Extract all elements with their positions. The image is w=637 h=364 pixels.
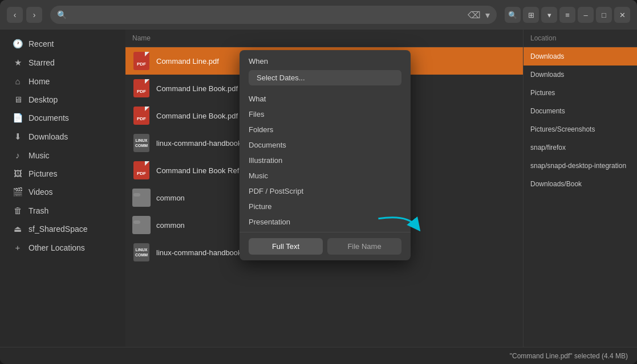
- sidebar-label-sf-shared: sf_SharedSpace: [29, 224, 88, 234]
- sidebar-item-other-locations[interactable]: + Other Locations: [3, 239, 122, 256]
- home-icon: ⌂: [13, 76, 23, 86]
- grid-dropdown-button[interactable]: ▾: [541, 7, 557, 23]
- search-button[interactable]: 🔍: [505, 7, 521, 23]
- list-item[interactable]: Pictures: [524, 84, 637, 102]
- search-popup: When Select Dates... What Files Folders …: [240, 50, 411, 260]
- list-item[interactable]: Folders: [240, 122, 411, 137]
- select-dates-button[interactable]: Select Dates...: [249, 70, 401, 85]
- item-label: Folders: [249, 125, 273, 134]
- search-bar: 🔍 Co ⌫ ▾: [50, 6, 497, 24]
- sidebar-item-music[interactable]: ♪ Music: [3, 146, 122, 164]
- sidebar-label-other-locations: Other Locations: [29, 243, 85, 252]
- desktop-icon: 🖥: [13, 95, 23, 104]
- recent-icon: 🕐: [13, 39, 23, 49]
- sidebar-label-pictures: Pictures: [29, 169, 58, 178]
- list-item[interactable]: Downloads/Book: [524, 175, 637, 193]
- sidebar-label-trash: Trash: [29, 206, 48, 215]
- maximize-button[interactable]: □: [596, 7, 612, 23]
- sidebar-item-pictures[interactable]: 🖼 Pictures: [3, 165, 122, 182]
- sidebar-label-music: Music: [29, 151, 50, 160]
- file-icon-pdf: PDF: [132, 161, 151, 179]
- main-content: 🕐 Recent ★ Starred ⌂ Home 🖥 Desktop 📄 Do…: [0, 30, 637, 347]
- file-icon-linux-pdf: LINUXCOMM: [132, 134, 151, 152]
- list-item[interactable]: Illustration: [240, 153, 411, 168]
- sidebar-item-starred[interactable]: ★ Starred: [3, 54, 122, 72]
- list-item[interactable]: Downloads: [524, 47, 637, 66]
- item-label: Documents: [249, 141, 286, 149]
- list-item[interactable]: Documents: [240, 137, 411, 153]
- minimize-button[interactable]: –: [578, 7, 594, 23]
- titlebar: ‹ › 🔍 Co ⌫ ▾ 🔍 ⊞ ▾ ≡ – □ ✕: [0, 0, 637, 30]
- full-text-button[interactable]: Full Text: [249, 238, 323, 255]
- sidebar-label-downloads: Downloads: [29, 132, 68, 141]
- search-input[interactable]: Co: [71, 10, 463, 19]
- documents-icon: 📄: [13, 113, 23, 123]
- item-label: Presentation: [249, 218, 290, 226]
- forward-button[interactable]: ›: [26, 7, 42, 23]
- list-item[interactable]: snap/firefox: [524, 138, 637, 157]
- pdf-icon: PDF: [133, 161, 149, 179]
- file-icon-linux-pdf: LINUXCOMM: [132, 243, 151, 261]
- list-item[interactable]: Presentation: [240, 214, 411, 230]
- sidebar-item-recent[interactable]: 🕐 Recent: [3, 35, 122, 53]
- file-icon-pdf: PDF: [132, 107, 151, 125]
- close-button[interactable]: ✕: [614, 7, 630, 23]
- shared-icon: ⏏: [13, 224, 23, 234]
- pdf-icon: PDF: [133, 107, 149, 125]
- trash-icon: 🗑: [13, 206, 23, 215]
- list-item[interactable]: snap/snapd-desktop-integration: [524, 157, 637, 175]
- list-item[interactable]: Files: [240, 107, 411, 122]
- file-icon-pdf: PDF: [132, 79, 151, 97]
- list-item[interactable]: Music: [240, 168, 411, 183]
- sidebar-label-starred: Starred: [29, 58, 55, 67]
- right-panel: Location Downloads Downloads Pictures Do…: [523, 30, 637, 347]
- item-label: Music: [249, 171, 268, 180]
- grid-view-button[interactable]: ⊞: [523, 7, 539, 23]
- statusbar: "Command Line.pdf" selected (4.4 MB): [0, 347, 637, 364]
- file-area: Name PDF Command Line.pdf PDF: [125, 30, 523, 347]
- sidebar-item-videos[interactable]: 🎬 Videos: [3, 183, 122, 201]
- file-icon-pdf: PDF: [132, 52, 151, 70]
- titlebar-right: 🔍 ⊞ ▾ ≡ – □ ✕: [505, 7, 630, 23]
- videos-icon: 🎬: [13, 187, 23, 197]
- what-list: Files Folders Documents Illustration Mus: [240, 107, 411, 232]
- starred-icon: ★: [13, 58, 23, 68]
- list-item[interactable]: Documents: [524, 102, 637, 120]
- what-section: What Files Folders Documents Illustratio…: [240, 90, 411, 232]
- linux-pdf-icon: LINUXCOMM: [133, 134, 149, 152]
- list-item[interactable]: PDF / PostScript: [240, 183, 411, 199]
- sidebar-label-recent: Recent: [29, 39, 54, 48]
- when-label: When: [249, 57, 401, 66]
- status-text: "Command Line.pdf" selected (4.4 MB): [510, 352, 628, 360]
- sidebar-item-downloads[interactable]: ⬇ Downloads: [3, 128, 122, 146]
- search-dropdown-icon[interactable]: ▾: [485, 10, 490, 21]
- sidebar-item-sf-shared[interactable]: ⏏ sf_SharedSpace: [3, 220, 122, 238]
- sidebar-item-trash[interactable]: 🗑 Trash: [3, 202, 122, 219]
- other-locations-icon: +: [13, 243, 23, 252]
- list-item[interactable]: Pictures/Screenshots: [524, 120, 637, 138]
- sidebar-label-documents: Documents: [29, 113, 69, 122]
- list-view-button[interactable]: ≡: [559, 7, 575, 23]
- sidebar-label-desktop: Desktop: [29, 95, 58, 104]
- folder-icon: [132, 189, 151, 207]
- file-name-button[interactable]: File Name: [327, 238, 401, 255]
- clear-search-icon[interactable]: ⌫: [468, 10, 481, 21]
- item-label: Illustration: [249, 156, 282, 165]
- what-label: What: [240, 92, 411, 107]
- sidebar-label-videos: Videos: [29, 187, 53, 197]
- list-item[interactable]: Downloads: [524, 66, 637, 84]
- search-icon: 🔍: [57, 10, 67, 19]
- sidebar-item-desktop[interactable]: 🖥 Desktop: [3, 91, 122, 108]
- back-button[interactable]: ‹: [7, 7, 23, 23]
- pictures-icon: 🖼: [13, 169, 23, 178]
- sidebar-item-home[interactable]: ⌂ Home: [3, 72, 122, 90]
- pdf-icon: PDF: [133, 79, 149, 97]
- file-list-header: Name: [125, 30, 523, 47]
- file-manager-window: ‹ › 🔍 Co ⌫ ▾ 🔍 ⊞ ▾ ≡ – □ ✕ 🕐 Recent ★: [0, 0, 637, 364]
- sidebar-item-documents[interactable]: 📄 Documents: [3, 109, 122, 127]
- sidebar-label-home: Home: [29, 77, 50, 86]
- item-label: Files: [249, 110, 264, 118]
- list-item[interactable]: Picture: [240, 199, 411, 214]
- sidebar: 🕐 Recent ★ Starred ⌂ Home 🖥 Desktop 📄 Do…: [0, 30, 125, 347]
- popup-footer: Full Text File Name: [240, 232, 411, 260]
